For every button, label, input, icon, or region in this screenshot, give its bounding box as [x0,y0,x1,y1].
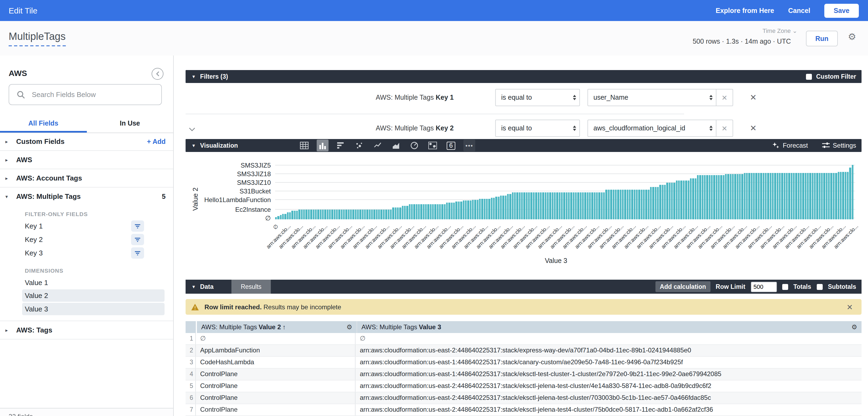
viz-type-more-icon[interactable]: ••• [463,140,475,151]
table-row[interactable]: 5ControlPlanearn:aws:cloudformation:us-e… [186,380,862,392]
table-row[interactable]: 6ControlPlanearn:aws:cloudformation:us-e… [186,392,862,404]
cell-value2[interactable]: AppLambdaFunction [196,345,355,356]
cell-value3[interactable]: arn:aws:cloudformation:us-east-1:4486402… [355,369,862,380]
cell-value3[interactable]: arn:aws:cloudformation:us-east-2:4486402… [355,404,862,415]
viz-type-column-icon[interactable] [317,140,329,151]
sidebar-item-account-tags[interactable]: ▸ AWS: Account Tags [0,169,173,187]
gear-icon[interactable]: ⚙ [346,324,352,330]
filter-field-label: AWS: Multiple Tags Key 2 [376,125,454,132]
table-row[interactable]: 7ControlPlanearn:aws:cloudformation:us-e… [186,404,862,416]
forecast-button[interactable]: Forecast [772,142,808,149]
viz-type-line-icon[interactable] [372,140,383,151]
save-button[interactable]: Save [824,3,859,18]
viz-type-bar-icon[interactable] [335,140,347,151]
chart-bars[interactable] [275,165,855,219]
viz-type-table-icon[interactable] [298,140,310,151]
viz-type-pie-icon[interactable] [408,140,420,151]
sliders-icon [822,142,830,149]
data-header[interactable]: ▼ Data Results Add calculation Row Limit… [186,280,862,294]
timezone-dropdown[interactable]: Time Zone ⌄ [763,28,797,34]
subtotals-checkbox[interactable] [816,284,823,290]
row-number: 7 [186,404,196,415]
totals-checkbox[interactable] [782,284,788,290]
cell-value2[interactable]: ∅ [196,333,355,344]
settings-button[interactable]: Settings [822,142,856,149]
collapse-sidebar-button[interactable] [152,68,163,80]
top-bar: Edit Tile Explore from Here Cancel Save [0,0,868,21]
cell-value3[interactable]: arn:aws:cloudformation:us-east-1:4486402… [355,357,862,368]
filter-operator-select[interactable]: is equal to [495,89,580,106]
sidebar-item-aws[interactable]: ▸ AWS [0,150,173,169]
sidebar-tabs: All Fields In Use [0,114,173,133]
filter-value-select[interactable]: user_Name✕ [587,89,733,106]
cell-value2[interactable]: ControlPlane [196,380,355,392]
cell-value3[interactable]: arn:aws:cloudformation:us-east-2:4486402… [355,345,862,356]
filters-header[interactable]: ▼ Filters (3) Custom Filter [186,70,862,83]
sidebar-item-multiple-tags[interactable]: ▾ AWS: Multiple Tags 5 [0,187,173,205]
clear-value-icon[interactable]: ✕ [716,90,733,106]
add-calculation-button[interactable]: Add calculation [655,281,710,292]
fields-in-use-count: 5 [162,193,166,200]
viz-type-single-value-icon[interactable]: 6 [445,140,457,151]
query-stats: 500 rows · 1.3s · 14m ago · UTC [693,38,791,45]
filter-field-label: AWS: Multiple Tags Key 1 [376,94,454,101]
filter-value-select[interactable]: aws_cloudformation_logical_id✕ [587,119,733,137]
field-value-2[interactable]: Value 2 [22,289,164,302]
cell-value3[interactable]: arn:aws:cloudformation:us-east-2:4486402… [355,392,862,404]
chevron-down-icon[interactable] [189,124,195,134]
column-chart[interactable]: Value 2 Value 3 ∅Ec2InstanceHello1Lambda… [186,152,862,278]
table-row[interactable]: 4ControlPlanearn:aws:cloudformation:us-e… [186,369,862,380]
remove-filter-icon[interactable]: ✕ [750,124,756,133]
row-limit-input[interactable] [751,282,777,292]
column-header-value2[interactable]: AWS: Multiple TagsValue 2 ↑ ⚙ [197,321,357,333]
field-key-1[interactable]: Key 1 [22,219,164,233]
query-title[interactable]: MultipleTags [9,31,66,46]
tab-results[interactable]: Results [231,280,271,294]
viz-type-map-icon[interactable] [427,140,439,151]
add-custom-field-button[interactable]: + Add [147,138,166,145]
table-row[interactable]: 3CodeHashLambdaarn:aws:cloudformation:us… [186,357,862,369]
cell-value2[interactable]: ControlPlane [196,369,355,380]
close-icon[interactable]: ✕ [847,303,853,311]
filter-by-field-icon[interactable] [131,234,144,245]
caret-down-icon: ▼ [191,143,196,148]
viz-type-area-icon[interactable] [390,140,402,151]
cell-value2[interactable]: CodeHashLambda [196,357,355,368]
explore-from-here-button[interactable]: Explore from Here [716,7,774,14]
cell-value2[interactable]: ControlPlane [196,392,355,404]
clear-value-icon[interactable]: ✕ [716,120,733,136]
custom-filter-checkbox[interactable] [806,74,812,79]
cell-value3[interactable]: ∅ [355,333,862,344]
cell-value2[interactable]: ControlPlane [196,404,355,415]
column-header-value3[interactable]: AWS: Multiple TagsValue 3 ⚙ [357,321,862,333]
row-number: 5 [186,380,196,392]
filters-panel: ▼ Filters (3) Custom Filter AWS: Multipl… [186,70,862,139]
sidebar-item-aws-tags[interactable]: ▸ AWS: Tags [0,321,173,340]
search-input[interactable] [31,90,161,99]
cancel-button[interactable]: Cancel [788,7,810,14]
field-value-3[interactable]: Value 3 [22,303,164,315]
tab-in-use[interactable]: In Use [87,114,173,133]
field-value-1[interactable]: Value 1 [22,276,164,289]
run-button[interactable]: Run [806,31,838,46]
field-picker-sidebar: AWS All Fields In Use ▸ Custom Fields + … [0,56,174,416]
filter-by-field-icon[interactable] [131,247,144,258]
viz-type-scatter-icon[interactable] [353,140,365,151]
gear-icon[interactable]: ⚙ [848,32,857,41]
field-count-footer: 32 fields [0,408,173,416]
cell-value3[interactable]: arn:aws:cloudformation:us-east-2:4486402… [355,380,862,392]
field-key-2[interactable]: Key 2 [22,233,164,246]
gear-icon[interactable]: ⚙ [851,324,857,330]
sidebar-item-custom-fields[interactable]: ▸ Custom Fields + Add [0,133,173,150]
table-row[interactable]: 2AppLambdaFunctionarn:aws:cloudformation… [186,345,862,357]
table-row[interactable]: 1∅∅ [186,333,862,345]
field-key-3[interactable]: Key 3 [22,246,164,260]
tab-all-fields[interactable]: All Fields [0,114,87,133]
results-table: AWS: Multiple TagsValue 2 ↑ ⚙ AWS: Multi… [186,321,862,416]
filter-operator-select[interactable]: is equal to [495,119,580,137]
sparkle-icon [772,142,779,149]
filters-body: AWS: Multiple Tags Key 1is equal touser_… [186,83,862,139]
filter-by-field-icon[interactable] [131,220,144,232]
remove-filter-icon[interactable]: ✕ [750,93,756,102]
visualization-header[interactable]: ▼ Visualization 6••• Forecast [186,139,862,152]
